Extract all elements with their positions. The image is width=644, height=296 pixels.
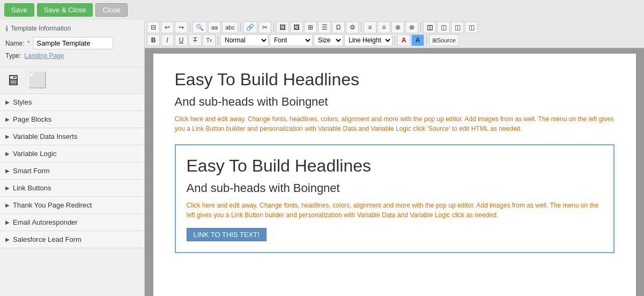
font-select[interactable]: Font [270,34,313,46]
accordion-salesforce-label: Salesforce Lead Form [13,235,82,243]
tb-indent-btn[interactable]: ⊕ [391,21,404,33]
accordion-salesforce: ▶ Salesforce Lead Form [0,231,144,248]
source-icon: ⊞ [432,37,437,44]
tb-list-btn[interactable]: ☰ [318,21,331,33]
toolbar-row-2: B I U T Tx Normal Heading 1 Heading 2 He… [147,34,642,46]
tb-sep-5 [420,23,421,32]
accordion-page-blocks-arrow: ▶ [5,116,10,122]
tb-align-justify-btn[interactable]: ◫ [465,21,478,33]
tb-sep-2 [240,23,241,32]
tb-image2-btn[interactable]: 🖼 [290,21,303,33]
tb-outdent-btn[interactable]: ⊗ [405,21,418,33]
accordion-email-autoresponder-label: Email Autoresponder [13,218,78,226]
link-button[interactable]: LINK TO THIS TEXT! [187,228,267,241]
tb-zoom-btn[interactable]: 🔍 [193,21,207,33]
toolbar-row-1: ⊟ ↩ ↪ 🔍 aa abc 🔗 ✂ 🖼 🖼 ⊞ ☰ Ω ⚙ [147,21,642,33]
accordion-variable-data-arrow: ▶ [5,134,10,139]
content-section-1: Easy To Build Headlines And sub-heads wi… [175,70,615,134]
accordion-smart-form-header[interactable]: ▶ Smart Form [0,162,144,179]
close-button[interactable]: Close [95,3,127,17]
accordion-link-buttons-arrow: ▶ [5,185,10,191]
tb-subscript-btn[interactable]: Tx [203,34,216,46]
tb-font-color-btn[interactable]: A [397,34,410,46]
accordion-styles-arrow: ▶ [5,99,10,105]
section2-headline[interactable]: Easy To Build Headlines [187,156,603,176]
accordion-salesforce-arrow: ▶ [5,236,10,242]
section2-subhead[interactable]: And sub-heads with Boingnet [187,181,603,195]
main-layout: ℹ Template Information Name: * Type: Lan… [0,20,644,296]
template-info-label: Template Information [11,25,71,32]
size-select[interactable]: Size [314,34,343,46]
tb-ol-btn[interactable]: ≡ [364,21,376,33]
tb-ul-btn[interactable]: ≡ [377,21,390,33]
tb-sep-1 [190,23,190,32]
content-section-2[interactable]: Easy To Build Headlines And sub-heads wi… [175,144,615,253]
tb-source-btn[interactable]: ⊞ Source [429,34,459,46]
tb-redo-btn[interactable]: ↪ [175,21,188,33]
editor-area: ⊟ ↩ ↪ 🔍 aa abc 🔗 ✂ 🖼 🖼 ⊞ ☰ Ω ⚙ [145,20,644,296]
tb-image-btn[interactable]: 🖼 [276,21,289,33]
tb-embed-btn[interactable]: ⊟ [147,21,160,33]
accordion-email-autoresponder-header[interactable]: ▶ Email Autoresponder [0,214,144,231]
tb-sep-4 [361,23,361,32]
sidebar: ℹ Template Information Name: * Type: Lan… [0,20,145,296]
accordion-page-blocks-header[interactable]: ▶ Page Blocks [0,111,144,128]
name-label: Name: [5,40,24,47]
tb-undo-btn[interactable]: ↩ [161,21,174,33]
accordion-variable-data-label: Variable Data Inserts [13,132,77,140]
tb-sep-6 [218,35,218,45]
accordion-styles-header[interactable]: ▶ Styles [0,94,144,110]
tb-table-btn[interactable]: ⊞ [304,21,317,33]
tb-italic-btn[interactable]: I [161,34,174,46]
format-select[interactable]: Normal Heading 1 Heading 2 Heading 3 [220,34,269,46]
sidebar-accordion: ▶ Styles ▶ Page Blocks ▶ Variable Data I… [0,94,144,296]
desktop-icon[interactable]: 🖥 [5,71,20,89]
editor-content[interactable]: Easy To Build Headlines And sub-heads wi… [145,48,644,296]
tb-omega-btn[interactable]: Ω [332,21,345,33]
accordion-styles: ▶ Styles [0,94,144,111]
accordion-thank-you-arrow: ▶ [5,202,10,208]
editor-page[interactable]: Easy To Build Headlines And sub-heads wi… [153,54,636,296]
accordion-styles-label: Styles [13,98,32,106]
accordion-salesforce-header[interactable]: ▶ Salesforce Lead Form [0,231,144,248]
accordion-smart-form-arrow: ▶ [5,168,10,174]
template-name-input[interactable] [33,37,113,49]
type-value[interactable]: Landing Page [24,52,64,60]
line-height-select[interactable]: Line Height [344,34,393,46]
accordion-variable-data: ▶ Variable Data Inserts [0,128,144,145]
tb-gear-btn[interactable]: ⚙ [346,21,359,33]
accordion-variable-logic-label: Variable Logic [13,150,56,158]
section1-headline[interactable]: Easy To Build Headlines [175,70,615,90]
tb-bold-btn[interactable]: B [147,34,160,46]
save-close-button[interactable]: Save & Close [37,3,93,17]
info-icon: ℹ [5,24,8,33]
section1-subhead[interactable]: And sub-heads with Boingnet [175,95,615,109]
tb-align-center-btn[interactable]: ◫ [437,21,450,33]
tb-abc-btn[interactable]: abc [222,21,238,33]
accordion-variable-logic-arrow: ▶ [5,151,10,157]
tb-spellcheck-btn[interactable]: aa [208,21,221,33]
accordion-email-autoresponder-arrow: ▶ [5,219,10,225]
tb-align-left-btn[interactable]: ◫ [423,21,436,33]
tb-sep-8 [426,35,427,45]
tb-link-btn[interactable]: 🔗 [243,21,257,33]
tablet-icon[interactable]: ⬜ [28,71,47,89]
accordion-link-buttons-label: Link Buttons [13,184,51,192]
tb-strikethrough-btn[interactable]: T [189,34,202,46]
accordion-variable-logic-header[interactable]: ▶ Variable Logic [0,145,144,162]
section1-body[interactable]: Click here and edit away. Change fonts, … [175,114,615,134]
name-field-row: Name: * [5,37,139,49]
accordion-variable-data-header[interactable]: ▶ Variable Data Inserts [0,128,144,145]
section2-body[interactable]: Click here and edit away. Change fonts, … [187,201,603,220]
accordion-thank-you: ▶ Thank You Page Redirect [0,197,144,214]
save-button[interactable]: Save [4,3,34,17]
tb-bg-color-btn[interactable]: A [411,34,424,46]
tb-underline-btn[interactable]: U [175,34,188,46]
accordion-page-blocks: ▶ Page Blocks [0,111,144,128]
accordion-smart-form: ▶ Smart Form [0,162,144,180]
tb-align-right-btn[interactable]: ◫ [451,21,464,33]
accordion-link-buttons: ▶ Link Buttons [0,180,144,197]
tb-unlink-btn[interactable]: ✂ [258,21,271,33]
accordion-thank-you-header[interactable]: ▶ Thank You Page Redirect [0,197,144,213]
accordion-link-buttons-header[interactable]: ▶ Link Buttons [0,180,144,196]
